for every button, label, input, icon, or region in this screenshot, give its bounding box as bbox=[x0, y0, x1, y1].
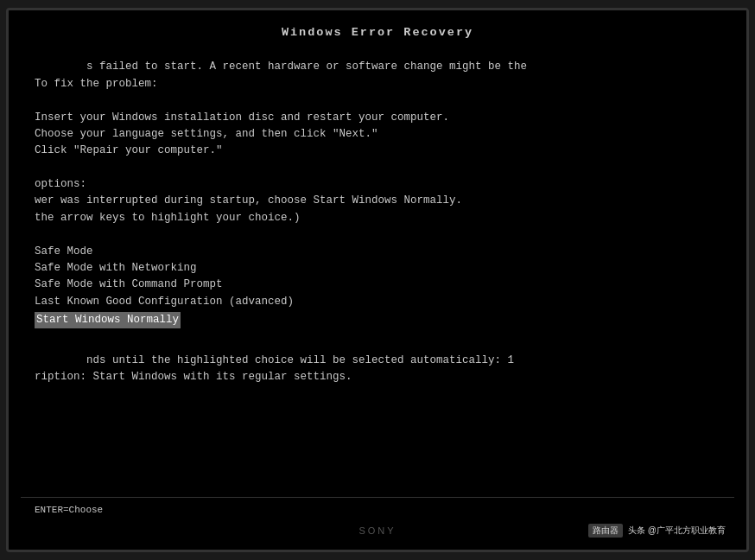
line14: ription: Start Windows with its regular … bbox=[35, 371, 352, 383]
line8: options: bbox=[35, 178, 86, 190]
bottom-text: nds until the highlighted choice will be… bbox=[35, 335, 720, 403]
menu-safe-mode[interactable]: Safe Mode bbox=[35, 244, 720, 260]
error-text: s failed to start. A recent hardware or … bbox=[35, 42, 720, 244]
menu-safe-mode-networking[interactable]: Safe Mode with Networking bbox=[35, 260, 720, 277]
router-watermark: 路由器 bbox=[588, 524, 623, 538]
menu-start-normally[interactable]: Start Windows Normally bbox=[35, 312, 181, 328]
menu-list: Safe Mode Safe Mode with Networking Safe… bbox=[35, 244, 720, 329]
line2: To fix the problem: bbox=[35, 78, 158, 90]
line4: Insert your Windows installation disc an… bbox=[35, 111, 449, 124]
screen-title: Windows Error Recovery bbox=[35, 26, 720, 39]
menu-last-known-good[interactable]: Last Known Good Configuration (advanced) bbox=[35, 294, 720, 310]
line13: nds until the highlighted choice will be… bbox=[86, 354, 514, 366]
weibo-watermark: 头条 @广平北方职业教育 bbox=[628, 525, 726, 537]
line9: wer was interrupted during startup, choo… bbox=[35, 194, 462, 207]
watermarks: 路由器 头条 @广平北方职业教育 bbox=[588, 524, 726, 538]
enter-label: ENTER=Choose bbox=[35, 505, 103, 515]
line5: Choose your language settings, and then … bbox=[35, 128, 378, 140]
screen: Windows Error Recovery s failed to start… bbox=[9, 10, 746, 550]
screen-content: Windows Error Recovery s failed to start… bbox=[21, 19, 734, 543]
line6: Click "Repair your computer." bbox=[35, 144, 223, 156]
line1: s failed to start. A recent hardware or … bbox=[86, 60, 527, 73]
brand-name: SONY bbox=[358, 525, 396, 536]
status-bar: ENTER=Choose bbox=[21, 497, 734, 519]
monitor-frame: Windows Error Recovery s failed to start… bbox=[6, 8, 749, 552]
line10: the arrow keys to highlight your choice.… bbox=[35, 212, 301, 224]
menu-safe-mode-command[interactable]: Safe Mode with Command Prompt bbox=[35, 277, 720, 293]
